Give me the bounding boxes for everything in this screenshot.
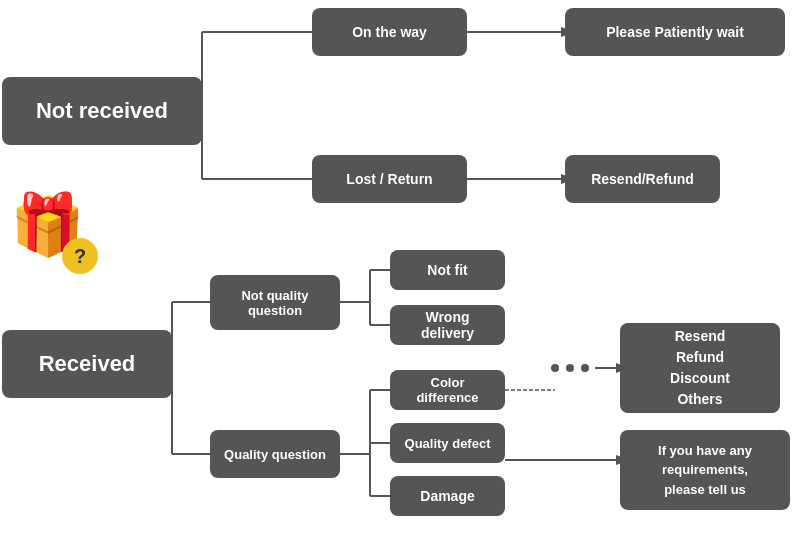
lost-return-node: Lost / Return [312, 155, 467, 203]
svg-point-23 [581, 364, 589, 372]
if-you-have-node: If you have any requirements, please tel… [620, 430, 790, 510]
svg-point-21 [551, 364, 559, 372]
on-the-way-node: On the way [312, 8, 467, 56]
received-node: Received [2, 330, 172, 398]
not-received-node: Not received [2, 77, 202, 145]
damage-node: Damage [390, 476, 505, 516]
question-icon: ? [62, 238, 98, 274]
not-fit-node: Not fit [390, 250, 505, 290]
not-quality-question-node: Not quality question [210, 275, 340, 330]
please-wait-node: Please Patiently wait [565, 8, 785, 56]
quality-defect-node: Quality defect [390, 423, 505, 463]
resend-refund-top-node: Resend/Refund [565, 155, 720, 203]
color-difference-node: Color difference [390, 370, 505, 410]
svg-point-22 [566, 364, 574, 372]
diagram: 🎁 ? Not received On the way Please Patie… [0, 0, 800, 533]
wrong-delivery-node: Wrong delivery [390, 305, 505, 345]
resend-refund-box-node: Resend Refund Discount Others [620, 323, 780, 413]
quality-question-node: Quality question [210, 430, 340, 478]
